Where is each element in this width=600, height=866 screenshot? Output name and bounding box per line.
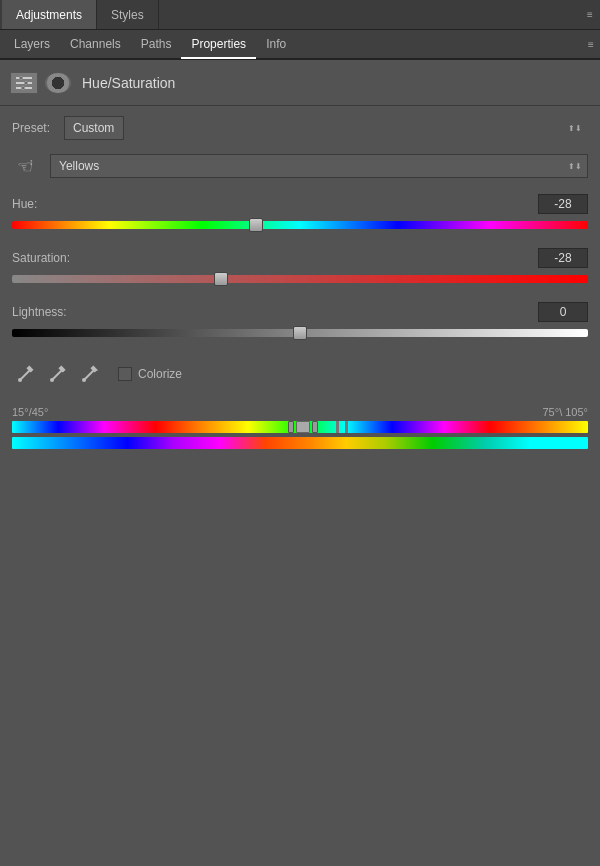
svg-text:+: + (61, 366, 66, 375)
adjustment-lines-icon (16, 77, 32, 89)
adjustment-layer-icon (10, 72, 38, 94)
preset-select[interactable]: Custom (64, 116, 124, 140)
lightness-value[interactable]: 0 (538, 302, 588, 322)
adj-line-2 (16, 82, 32, 84)
panel-tab-bar: Layers Channels Paths Properties Info ≡ (0, 30, 600, 60)
hue-value[interactable]: -28 (538, 194, 588, 214)
channel-select[interactable]: Yellows (50, 154, 588, 178)
hue-slider[interactable] (12, 221, 588, 229)
panel-header: Hue/Saturation (0, 60, 600, 106)
lightness-label: Lightness: (12, 305, 67, 319)
svg-point-7 (50, 378, 54, 382)
tab-properties[interactable]: Properties (181, 31, 256, 59)
spectrum-handle-1[interactable] (288, 421, 294, 433)
hue-slider-row: Hue: -28 (12, 194, 588, 232)
adj-line-3 (16, 87, 32, 89)
tab-paths[interactable]: Paths (131, 30, 182, 58)
eyedropper-button[interactable] (12, 360, 40, 388)
colorize-checkbox[interactable] (118, 367, 132, 381)
saturation-slider-header: Saturation: -28 (12, 248, 588, 268)
tab-info[interactable]: Info (256, 30, 296, 58)
spectrum-handles (288, 421, 348, 433)
eyedropper-icon (16, 364, 36, 384)
spectrum-labels: 15°/45° 75°\ 105° (12, 406, 588, 418)
lightness-slider[interactable] (12, 329, 588, 337)
saturation-label: Saturation: (12, 251, 70, 265)
svg-line-2 (20, 370, 30, 380)
top-tab-bar: Adjustments Styles ≡ (0, 0, 600, 30)
tools-row: + − Colorize (12, 356, 588, 392)
top-panel-menu-button[interactable]: ≡ (580, 0, 600, 29)
mask-icon (44, 72, 72, 94)
saturation-value[interactable]: -28 (538, 248, 588, 268)
eyedropper-add-icon: + (48, 364, 68, 384)
spectrum-bar-container-1 (12, 421, 588, 433)
adj-line-1 (16, 77, 32, 79)
lightness-slider-header: Lightness: 0 (12, 302, 588, 322)
spectrum-label-right: 75°\ 105° (543, 406, 589, 418)
saturation-slider[interactable] (12, 275, 588, 283)
spectrum-handle-2[interactable] (312, 421, 318, 433)
spectrum-section: 15°/45° 75°\ 105° (12, 406, 588, 449)
channel-select-wrapper: Yellows (50, 154, 588, 178)
panel-content: Preset: Custom ☜ ↕ Yellows Hue: -28 (0, 106, 600, 463)
spectrum-label-left: 15°/45° (12, 406, 48, 418)
preset-label: Preset: (12, 121, 56, 135)
colorize-checkbox-area[interactable]: Colorize (118, 367, 182, 381)
tab-styles[interactable]: Styles (97, 0, 159, 29)
panel-tab-menu-button[interactable]: ≡ (582, 30, 600, 58)
saturation-slider-row: Saturation: -28 (12, 248, 588, 286)
spectrum-handle-center[interactable] (296, 421, 310, 433)
tab-layers[interactable]: Layers (4, 30, 60, 58)
hue-slider-header: Hue: -28 (12, 194, 588, 214)
spectrum-handle-outer-2[interactable] (345, 421, 348, 433)
svg-text:↕: ↕ (29, 157, 34, 167)
tab-adjustments[interactable]: Adjustments (2, 0, 97, 29)
svg-text:−: − (93, 365, 98, 375)
eyedropper-subtract-button[interactable]: − (76, 360, 104, 388)
svg-point-11 (82, 378, 86, 382)
hand-target-icon: ☜ ↕ (15, 153, 41, 179)
colorize-label: Colorize (138, 367, 182, 381)
preset-row: Preset: Custom (12, 116, 588, 140)
tab-channels[interactable]: Channels (60, 30, 131, 58)
channel-target-row: ☜ ↕ Yellows (12, 150, 588, 182)
spectrum-handle-outer-1[interactable] (336, 421, 339, 433)
panel-title: Hue/Saturation (82, 75, 175, 91)
hue-label: Hue: (12, 197, 37, 211)
lightness-slider-row: Lightness: 0 (12, 302, 588, 340)
mask-circle-shape (47, 72, 69, 94)
preset-select-wrapper: Custom (64, 116, 588, 140)
target-adjustment-tool[interactable]: ☜ ↕ (12, 150, 44, 182)
eyedropper-add-button[interactable]: + (44, 360, 72, 388)
svg-point-4 (18, 378, 22, 382)
spectrum-bar-bottom (12, 437, 588, 449)
eyedropper-subtract-icon: − (80, 364, 100, 384)
